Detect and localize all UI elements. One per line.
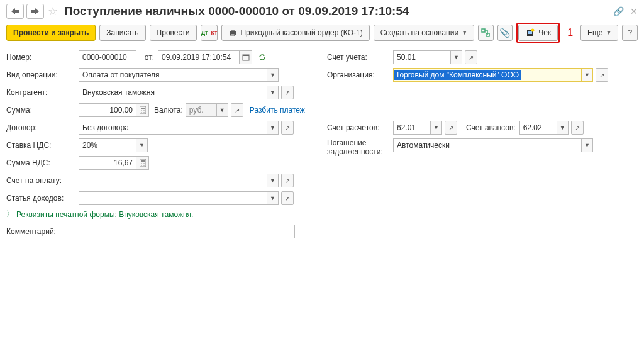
comment-field[interactable] (79, 225, 295, 238)
contract-field[interactable]: Без договора (79, 121, 267, 135)
organization-label: Организация: (327, 70, 393, 79)
svg-point-18 (141, 163, 142, 164)
optype-dropdown[interactable]: ▼ (267, 68, 279, 82)
vatsum-label: Сумма НДС: (6, 159, 79, 167)
dt-kt-button[interactable]: ДтКт (201, 25, 218, 41)
vatsum-calc-icon[interactable] (136, 156, 149, 170)
svg-rect-10 (140, 106, 146, 114)
organization-value: Торговый дом "Комплексный" ООО (394, 70, 521, 80)
income-label: Статья доходов: (6, 194, 79, 203)
invoice-field[interactable] (79, 174, 267, 187)
currency-open[interactable]: ↗ (231, 103, 243, 117)
sum-label: Сумма: (6, 106, 79, 115)
comment-label: Комментарий: (6, 227, 79, 236)
nav-forward-button[interactable] (26, 4, 44, 19)
create-based-on-label: Создать на основании (380, 28, 459, 37)
invoice-open[interactable]: ↗ (281, 174, 294, 187)
optype-field[interactable]: Оплата от покупателя (79, 68, 267, 82)
chevron-down-icon: ▼ (462, 30, 467, 36)
income-dropdown[interactable]: ▼ (267, 191, 279, 205)
print-form-req-text: Реквизиты печатной формы: Внуковская там… (16, 210, 193, 219)
nav-back-button[interactable] (6, 4, 24, 19)
attachment-button[interactable]: 📎 (497, 25, 513, 41)
chevron-down-icon: ▼ (606, 30, 612, 36)
contract-open[interactable]: ↗ (281, 121, 294, 135)
income-field[interactable] (79, 191, 267, 205)
account-dropdown[interactable]: ▼ (451, 50, 462, 64)
paperclip-icon: 📎 (499, 28, 510, 38)
svg-point-20 (141, 165, 142, 166)
number-label: Номер: (6, 53, 79, 62)
link-icon[interactable]: 🔗 (613, 6, 624, 16)
related-docs-button[interactable] (478, 25, 494, 41)
refresh-icon[interactable] (256, 50, 269, 64)
close-icon[interactable]: ✕ (630, 6, 638, 16)
print-form-requisites-link[interactable]: 〉 Реквизиты печатной формы: Внуковская т… (6, 209, 308, 220)
advance-account-field[interactable]: 62.02 (519, 121, 557, 135)
organization-field[interactable]: Торговый дом "Комплексный" ООО (393, 68, 582, 82)
income-open[interactable]: ↗ (281, 191, 294, 205)
more-label: Еще (587, 28, 602, 37)
counterparty-dropdown[interactable]: ▼ (267, 86, 279, 99)
currency-field: руб. (186, 103, 217, 117)
organization-open[interactable]: ↗ (596, 68, 608, 82)
invoice-label: Счет на оплату: (6, 176, 79, 185)
from-label: от: (136, 53, 154, 62)
vatsum-field[interactable]: 16,67 (79, 156, 136, 170)
settle-account-dropdown[interactable]: ▼ (431, 121, 442, 135)
post-and-close-button[interactable]: Провести и закрыть (6, 25, 96, 41)
settle-account-field[interactable]: 62.01 (393, 121, 431, 135)
vatrate-dropdown[interactable]: ▼ (136, 138, 148, 152)
currency-dropdown: ▼ (217, 103, 228, 117)
sum-field[interactable]: 100,00 (79, 103, 136, 117)
counterparty-label: Контрагент: (6, 88, 79, 97)
check-label: Чек (538, 28, 551, 37)
svg-point-14 (141, 112, 142, 113)
organization-dropdown[interactable]: ▼ (582, 68, 593, 82)
vatrate-label: Ставка НДС: (6, 141, 79, 150)
account-field[interactable]: 50.01 (393, 50, 451, 64)
svg-rect-16 (140, 159, 146, 167)
split-payment-link[interactable]: Разбить платеж (250, 106, 305, 115)
account-open[interactable]: ↗ (465, 50, 477, 64)
settle-account-open[interactable]: ↗ (445, 121, 457, 135)
more-button[interactable]: Еще ▼ (580, 25, 618, 41)
advance-account-open[interactable]: ↗ (571, 121, 584, 135)
create-based-on-button[interactable]: Создать на основании ▼ (374, 25, 474, 41)
debt-closing-label: Погашение задолженности: (327, 138, 393, 156)
svg-rect-9 (243, 55, 249, 56)
print-ko1-button[interactable]: Приходный кассовый ордер (КО-1) (221, 25, 369, 41)
counterparty-open[interactable]: ↗ (281, 86, 294, 99)
check-highlight-box: Чек (516, 23, 560, 43)
help-button[interactable]: ? (622, 25, 638, 41)
number-field[interactable]: 0000-000010 (79, 50, 136, 64)
check-button[interactable]: Чек (518, 25, 558, 41)
svg-rect-3 (482, 29, 485, 32)
post-button[interactable]: Провести (150, 25, 197, 41)
favorite-star-icon[interactable]: ☆ (47, 5, 59, 18)
advance-account-label: Счет авансов: (466, 123, 516, 132)
debt-closing-dropdown[interactable]: ▼ (582, 138, 593, 152)
svg-point-15 (143, 112, 145, 113)
optype-label: Вид операции: (6, 70, 79, 79)
svg-point-7 (531, 29, 535, 32)
advance-account-dropdown[interactable]: ▼ (557, 121, 569, 135)
invoice-dropdown[interactable]: ▼ (267, 174, 279, 187)
vatrate-field[interactable]: 20% (79, 138, 136, 152)
svg-point-13 (143, 110, 145, 111)
svg-rect-17 (141, 160, 145, 162)
page-title: Поступление наличных 0000-000010 от 09.0… (64, 4, 611, 18)
calendar-icon[interactable] (240, 50, 252, 64)
print-ko1-label: Приходный кассовый ордер (КО-1) (240, 28, 362, 37)
svg-rect-2 (231, 34, 235, 36)
save-button[interactable]: Записать (99, 25, 145, 41)
svg-rect-1 (231, 30, 235, 31)
date-field[interactable]: 09.09.2019 17:10:54 (158, 50, 240, 64)
annotation-1: 1 (567, 27, 573, 38)
svg-point-19 (143, 163, 145, 164)
debt-closing-field[interactable]: Автоматически (393, 138, 582, 152)
sum-calc-icon[interactable] (136, 103, 149, 117)
counterparty-field[interactable]: Внуковская таможня (79, 86, 267, 99)
settle-account-label: Счет расчетов: (327, 123, 393, 132)
contract-dropdown[interactable]: ▼ (267, 121, 279, 135)
